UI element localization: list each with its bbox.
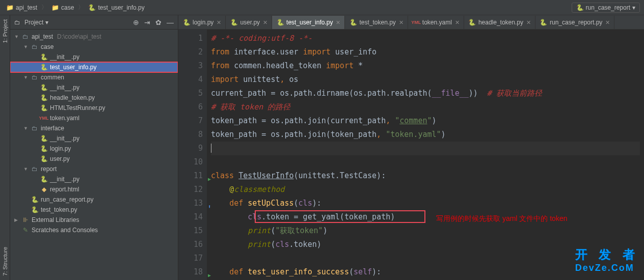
code-line[interactable]: import unittest, os (211, 73, 640, 87)
line-number[interactable]: 17 (180, 251, 203, 265)
tree-item-Scratches-and-Consoles[interactable]: ✎Scratches and Consoles (10, 225, 178, 235)
close-icon[interactable]: ✕ (605, 19, 610, 26)
hide-icon[interactable]: — (167, 18, 174, 26)
tool-tab-structure[interactable]: 7: Structure (1, 243, 9, 280)
tree-label: test_token.py (41, 206, 77, 213)
tree-item-test_user_info-py[interactable]: 🐍test_user_info.py (10, 62, 178, 72)
editor-gutter[interactable]: 1234567891011▶1213⬆1415161718▶ (178, 30, 207, 280)
collapse-icon[interactable]: ⇥ (144, 18, 150, 26)
tree-item-login-py[interactable]: 🐍login.py (10, 144, 178, 154)
code-line[interactable]: print("获取token") (211, 224, 640, 238)
code-line[interactable]: # -*- coding:utf-8 -*- (211, 32, 640, 45)
code-line[interactable]: @classmethod (211, 183, 640, 197)
line-number[interactable]: 3 (180, 59, 203, 73)
line-number[interactable]: 4 (180, 73, 203, 87)
editor-tab-login-py[interactable]: 🐍login.py✕ (178, 16, 226, 29)
tab-label: test_user_info.py (286, 19, 333, 26)
tree-item-__init__-py[interactable]: 🐍__init__.py (10, 52, 178, 62)
file-icon: 🐍 (31, 196, 39, 203)
editor-tab-run_case_report-py[interactable]: 🐍run_case_report.py✕ (535, 16, 614, 29)
code-line[interactable]: from commen.headle_token import * (211, 59, 640, 73)
code-line[interactable]: token_path = os.path.join(current_path, … (211, 114, 640, 128)
tree-item-test_token-py[interactable]: 🐍test_token.py (10, 205, 178, 215)
editor-tab-test_user_info-py[interactable]: 🐍test_user_info.py✕ (272, 16, 345, 29)
editor-tab-token-yaml[interactable]: YMLtoken.yaml✕ (408, 16, 464, 29)
line-number[interactable]: 1 (180, 32, 203, 45)
tree-item-External-Libraries[interactable]: ▶⊪External Libraries (10, 215, 178, 225)
tree-label: __init__.py (50, 176, 79, 183)
close-icon[interactable]: ✕ (526, 19, 531, 26)
tree-toggle-icon[interactable]: ▼ (23, 44, 29, 49)
close-icon[interactable]: ✕ (217, 19, 221, 26)
tree-toggle-icon[interactable]: ▼ (14, 34, 19, 39)
tree-item-report-html[interactable]: ◆report.html (10, 184, 178, 194)
tree-item-run_case_report-py[interactable]: 🐍run_case_report.py (10, 194, 178, 205)
project-view-selector[interactable]: Project ▾ (24, 19, 129, 26)
editor[interactable]: 1234567891011▶1213⬆1415161718▶ # -*- cod… (178, 30, 644, 280)
editor-code[interactable]: # -*- coding:utf-8 -*-from interface.use… (207, 30, 644, 280)
tree-item-__init__-py[interactable]: 🐍__init__.py (10, 174, 178, 184)
line-number[interactable]: 11▶ (180, 169, 203, 183)
line-number[interactable]: 6 (180, 100, 203, 114)
breadcrumb: 📁api_test 〉 📁case 〉 🐍test_user_info.py (4, 3, 572, 12)
file-icon: 🐍 (40, 145, 48, 152)
line-number[interactable]: 16 (180, 238, 203, 251)
breadcrumb-file[interactable]: 🐍test_user_info.py (86, 3, 146, 12)
editor-tab-test_token-py[interactable]: 🐍test_token.py✕ (345, 16, 408, 29)
editor-tab-bar: 🐍login.py✕🐍user.py✕🐍test_user_info.py✕🐍t… (178, 15, 644, 30)
line-number[interactable]: 2 (180, 45, 203, 59)
tool-tab-project[interactable]: 1: Project (1, 15, 9, 47)
tree-item-__init__-py[interactable]: 🐍__init__.py (10, 82, 178, 93)
tree-label: api_test (32, 33, 53, 40)
gear-icon[interactable]: ✿ (155, 18, 162, 26)
tree-toggle-icon[interactable]: ▼ (23, 126, 29, 131)
line-number[interactable]: 7 (180, 114, 203, 128)
line-number[interactable]: 9 (180, 142, 203, 155)
code-line[interactable] (211, 142, 640, 155)
tree-item-user-py[interactable]: 🐍user.py (10, 154, 178, 164)
python-icon: 🐍 (576, 4, 584, 11)
tree-item-HTMLTestRunner-py[interactable]: 🐍HTMLTestRunner.py (10, 103, 178, 113)
line-number[interactable]: 8 (180, 128, 203, 142)
tree-item-headle_token-py[interactable]: 🐍headle_token.py (10, 93, 178, 103)
tree-toggle-icon[interactable]: ▼ (23, 75, 29, 80)
breadcrumb-bar: 📁api_test 〉 📁case 〉 🐍test_user_info.py 🐍… (0, 0, 644, 15)
tab-label: test_token.py (359, 19, 395, 26)
tab-label: token.yaml (422, 19, 452, 26)
project-tree[interactable]: ▼🗀api_testD:\code\api_test▼🗀case🐍__init_… (10, 30, 178, 280)
locate-icon[interactable]: ⊕ (133, 18, 139, 26)
line-number[interactable]: 10 (180, 155, 203, 169)
line-number[interactable]: 5 (180, 87, 203, 100)
tree-item-report[interactable]: ▼🗀report (10, 164, 178, 174)
code-line[interactable]: cls.token = get_yaml(token_path) (211, 210, 640, 224)
editor-tab-headle_token-py[interactable]: 🐍headle_token.py✕ (464, 16, 535, 29)
run-configuration-selector[interactable]: 🐍 run_case_report ▾ (572, 3, 640, 13)
code-line[interactable]: from interface.user import user_info (211, 45, 640, 59)
close-icon[interactable]: ✕ (336, 19, 340, 26)
code-line[interactable]: class TestUserInfo(unittest.TestCase): (211, 169, 640, 183)
code-line[interactable]: current_path = os.path.dirname(os.path.r… (211, 87, 640, 100)
tree-toggle-icon[interactable]: ▶ (14, 217, 19, 222)
line-number[interactable]: 15 (180, 224, 203, 238)
tree-item-case[interactable]: ▼🗀case (10, 42, 178, 52)
close-icon[interactable]: ✕ (263, 19, 267, 26)
tree-item-token-yaml[interactable]: YMLtoken.yaml (10, 113, 178, 123)
editor-tab-user-py[interactable]: 🐍user.py✕ (226, 16, 272, 29)
code-line[interactable] (211, 155, 640, 169)
line-number[interactable]: 13⬆ (180, 197, 203, 210)
tree-toggle-icon[interactable]: ▼ (23, 166, 29, 172)
line-number[interactable]: 14 (180, 210, 203, 224)
line-number[interactable]: 18▶ (180, 265, 203, 279)
line-number[interactable]: 12 (180, 183, 203, 197)
close-icon[interactable]: ✕ (455, 19, 460, 26)
tree-item-interface[interactable]: ▼🗀interface (10, 123, 178, 133)
breadcrumb-folder[interactable]: 📁case (49, 3, 76, 12)
code-line[interactable]: token_path = os.path.join(token_path, "t… (211, 128, 640, 142)
breadcrumb-root[interactable]: 📁api_test (4, 3, 39, 12)
tree-item-__init__-py[interactable]: 🐍__init__.py (10, 133, 178, 144)
tree-item-api_test[interactable]: ▼🗀api_testD:\code\api_test (10, 32, 178, 42)
close-icon[interactable]: ✕ (399, 19, 404, 26)
code-line[interactable]: def setUpClass(cls): (211, 197, 640, 210)
code-line[interactable]: # 获取 token 的路径 (211, 100, 640, 114)
tree-item-commen[interactable]: ▼🗀commen (10, 72, 178, 82)
